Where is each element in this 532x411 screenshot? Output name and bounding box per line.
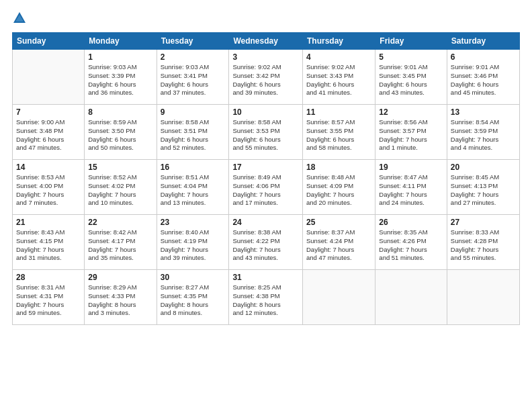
- day-info: Sunrise: 9:02 AMSunset: 3:42 PMDaylight:…: [232, 63, 299, 97]
- calendar-cell: 27Sunrise: 8:33 AMSunset: 4:28 PMDayligh…: [447, 215, 519, 270]
- day-number: 21: [16, 218, 81, 227]
- header: [12, 11, 520, 26]
- calendar-cell: 10Sunrise: 8:58 AMSunset: 3:53 PMDayligh…: [229, 105, 303, 160]
- day-info: Sunrise: 8:25 AMSunset: 4:38 PMDaylight:…: [232, 283, 299, 318]
- day-number: 25: [306, 218, 371, 227]
- calendar-cell: 4Sunrise: 9:02 AMSunset: 3:43 PMDaylight…: [303, 50, 375, 105]
- calendar-cell: 29Sunrise: 8:29 AMSunset: 4:33 PMDayligh…: [85, 270, 157, 325]
- calendar-cell: 28Sunrise: 8:31 AMSunset: 4:31 PMDayligh…: [13, 270, 85, 325]
- calendar-cell: [447, 270, 519, 325]
- day-info: Sunrise: 8:49 AMSunset: 4:06 PMDaylight:…: [232, 173, 299, 208]
- day-number: 9: [161, 107, 226, 117]
- day-info: Sunrise: 8:31 AMSunset: 4:31 PMDaylight:…: [16, 283, 81, 318]
- day-info: Sunrise: 8:58 AMSunset: 3:51 PMDaylight:…: [161, 118, 226, 152]
- day-number: 10: [232, 107, 299, 117]
- calendar-cell: 9Sunrise: 8:58 AMSunset: 3:51 PMDaylight…: [157, 105, 229, 160]
- day-number: 2: [161, 52, 226, 62]
- calendar-cell: 25Sunrise: 8:37 AMSunset: 4:24 PMDayligh…: [303, 215, 375, 270]
- day-info: Sunrise: 8:42 AMSunset: 4:17 PMDaylight:…: [88, 228, 152, 263]
- day-number: 12: [379, 107, 443, 117]
- calendar-cell: 18Sunrise: 8:48 AMSunset: 4:09 PMDayligh…: [303, 160, 375, 215]
- day-info: Sunrise: 9:01 AMSunset: 3:45 PMDaylight:…: [379, 63, 443, 97]
- day-info: Sunrise: 8:38 AMSunset: 4:22 PMDaylight:…: [232, 228, 299, 263]
- logo: [12, 11, 30, 26]
- calendar-cell: 17Sunrise: 8:49 AMSunset: 4:06 PMDayligh…: [229, 160, 303, 215]
- day-info: Sunrise: 9:00 AMSunset: 3:48 PMDaylight:…: [16, 118, 81, 152]
- day-number: 16: [161, 163, 226, 172]
- day-info: Sunrise: 8:37 AMSunset: 4:24 PMDaylight:…: [306, 228, 371, 263]
- day-info: Sunrise: 9:02 AMSunset: 3:43 PMDaylight:…: [306, 63, 371, 97]
- day-number: 13: [451, 107, 516, 117]
- weekday-header: Saturday: [447, 33, 519, 50]
- calendar-cell: 30Sunrise: 8:27 AMSunset: 4:35 PMDayligh…: [157, 270, 229, 325]
- day-info: Sunrise: 9:03 AMSunset: 3:39 PMDaylight:…: [88, 63, 152, 97]
- day-number: 4: [306, 52, 371, 62]
- calendar-cell: 19Sunrise: 8:47 AMSunset: 4:11 PMDayligh…: [375, 160, 447, 215]
- day-number: 31: [232, 273, 299, 282]
- calendar-week-row: 21Sunrise: 8:43 AMSunset: 4:15 PMDayligh…: [13, 215, 520, 270]
- calendar-cell: 22Sunrise: 8:42 AMSunset: 4:17 PMDayligh…: [85, 215, 157, 270]
- day-info: Sunrise: 8:27 AMSunset: 4:35 PMDaylight:…: [161, 283, 226, 318]
- day-info: Sunrise: 8:43 AMSunset: 4:15 PMDaylight:…: [16, 228, 81, 263]
- day-number: 17: [232, 163, 299, 172]
- calendar-cell: 31Sunrise: 8:25 AMSunset: 4:38 PMDayligh…: [229, 270, 303, 325]
- day-number: 8: [88, 107, 152, 117]
- day-info: Sunrise: 8:35 AMSunset: 4:26 PMDaylight:…: [379, 228, 443, 263]
- day-number: 3: [232, 52, 299, 62]
- calendar-header-row: SundayMondayTuesdayWednesdayThursdayFrid…: [13, 33, 520, 50]
- day-number: 27: [451, 218, 516, 227]
- weekday-header: Thursday: [303, 33, 375, 50]
- day-number: 30: [161, 273, 226, 282]
- day-number: 5: [379, 52, 443, 62]
- weekday-header: Tuesday: [157, 33, 229, 50]
- day-number: 18: [306, 163, 371, 172]
- day-info: Sunrise: 8:33 AMSunset: 4:28 PMDaylight:…: [451, 228, 516, 263]
- day-number: 23: [161, 218, 226, 227]
- calendar-cell: [303, 270, 375, 325]
- calendar-cell: 20Sunrise: 8:45 AMSunset: 4:13 PMDayligh…: [447, 160, 519, 215]
- day-info: Sunrise: 8:48 AMSunset: 4:09 PMDaylight:…: [306, 173, 371, 208]
- day-info: Sunrise: 8:53 AMSunset: 4:00 PMDaylight:…: [16, 173, 81, 208]
- calendar-cell: 1Sunrise: 9:03 AMSunset: 3:39 PMDaylight…: [85, 50, 157, 105]
- calendar-cell: 14Sunrise: 8:53 AMSunset: 4:00 PMDayligh…: [13, 160, 85, 215]
- page: { "header": { "logo_general": "General",…: [0, 0, 532, 411]
- calendar-cell: 7Sunrise: 9:00 AMSunset: 3:48 PMDaylight…: [13, 105, 85, 160]
- day-info: Sunrise: 8:51 AMSunset: 4:04 PMDaylight:…: [161, 173, 226, 208]
- day-number: 29: [88, 273, 152, 282]
- calendar-cell: 11Sunrise: 8:57 AMSunset: 3:55 PMDayligh…: [303, 105, 375, 160]
- calendar-cell: 13Sunrise: 8:54 AMSunset: 3:59 PMDayligh…: [447, 105, 519, 160]
- day-number: 20: [451, 163, 516, 172]
- calendar-week-row: 14Sunrise: 8:53 AMSunset: 4:00 PMDayligh…: [13, 160, 520, 215]
- day-info: Sunrise: 8:47 AMSunset: 4:11 PMDaylight:…: [379, 173, 443, 208]
- calendar: SundayMondayTuesdayWednesdayThursdayFrid…: [12, 32, 520, 325]
- calendar-cell: 26Sunrise: 8:35 AMSunset: 4:26 PMDayligh…: [375, 215, 447, 270]
- day-info: Sunrise: 8:54 AMSunset: 3:59 PMDaylight:…: [451, 118, 516, 152]
- calendar-cell: 16Sunrise: 8:51 AMSunset: 4:04 PMDayligh…: [157, 160, 229, 215]
- calendar-cell: 6Sunrise: 9:01 AMSunset: 3:46 PMDaylight…: [447, 50, 519, 105]
- day-number: 14: [16, 163, 81, 172]
- day-number: 1: [88, 52, 152, 62]
- calendar-cell: 3Sunrise: 9:02 AMSunset: 3:42 PMDaylight…: [229, 50, 303, 105]
- calendar-cell: [375, 270, 447, 325]
- day-info: Sunrise: 8:45 AMSunset: 4:13 PMDaylight:…: [451, 173, 516, 208]
- day-number: 22: [88, 218, 152, 227]
- calendar-week-row: 7Sunrise: 9:00 AMSunset: 3:48 PMDaylight…: [13, 105, 520, 160]
- day-info: Sunrise: 8:29 AMSunset: 4:33 PMDaylight:…: [88, 283, 152, 318]
- calendar-cell: 12Sunrise: 8:56 AMSunset: 3:57 PMDayligh…: [375, 105, 447, 160]
- calendar-cell: [13, 50, 85, 105]
- calendar-cell: 21Sunrise: 8:43 AMSunset: 4:15 PMDayligh…: [13, 215, 85, 270]
- calendar-cell: 15Sunrise: 8:52 AMSunset: 4:02 PMDayligh…: [85, 160, 157, 215]
- day-number: 19: [379, 163, 443, 172]
- weekday-header: Friday: [375, 33, 447, 50]
- logo-icon: [12, 11, 27, 26]
- day-info: Sunrise: 8:40 AMSunset: 4:19 PMDaylight:…: [161, 228, 226, 263]
- day-number: 7: [16, 107, 81, 117]
- calendar-cell: 8Sunrise: 8:59 AMSunset: 3:50 PMDaylight…: [85, 105, 157, 160]
- day-info: Sunrise: 9:03 AMSunset: 3:41 PMDaylight:…: [161, 63, 226, 97]
- day-number: 24: [232, 218, 299, 227]
- day-number: 15: [88, 163, 152, 172]
- day-number: 11: [306, 107, 371, 117]
- weekday-header: Sunday: [13, 33, 85, 50]
- calendar-week-row: 1Sunrise: 9:03 AMSunset: 3:39 PMDaylight…: [13, 50, 520, 105]
- weekday-header: Monday: [85, 33, 157, 50]
